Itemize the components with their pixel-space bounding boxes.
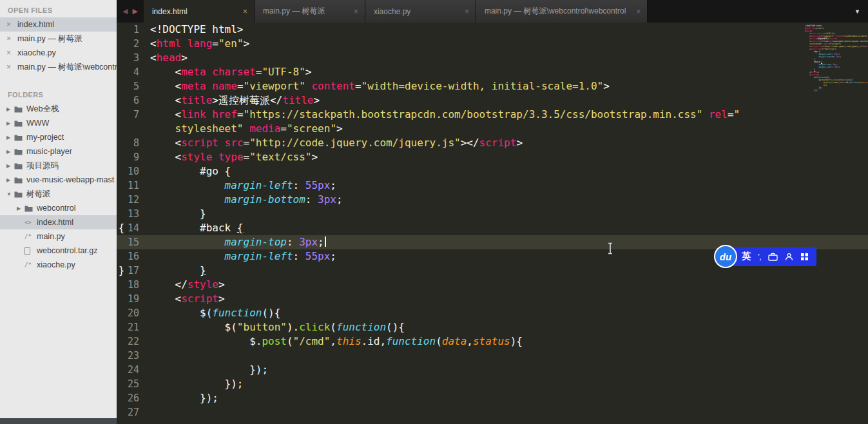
line-number[interactable]: 7 [117, 108, 150, 122]
line-number[interactable]: 25 [117, 377, 150, 391]
code-line-text[interactable]: margin-bottom: 3px; [150, 193, 343, 207]
close-file-icon[interactable]: × [6, 34, 14, 43]
code-line-text[interactable]: }); [150, 377, 244, 391]
code-line-text[interactable]: <meta name="viewport" content="width=dev… [150, 79, 610, 93]
line-number[interactable]: 10 [117, 164, 150, 178]
code-line-text[interactable]: <script> [150, 292, 225, 306]
ime-language-toggle[interactable]: 英 [742, 251, 751, 262]
line-number[interactable]: 2 [117, 37, 150, 51]
open-file-item[interactable]: ×main.py — 树莓派 [0, 32, 117, 46]
folder-item[interactable]: ▶WWW [0, 116, 117, 130]
file-item[interactable]: /*xiaoche.py [0, 258, 117, 272]
chevron-right-icon[interactable]: ▶ [6, 106, 14, 112]
code-line-text[interactable]: <meta charset="UTF-8"> [150, 65, 312, 79]
baidu-ime-logo[interactable]: du [714, 245, 737, 268]
code-line-text[interactable]: <link href="https://stackpath.bootstrapc… [150, 108, 740, 122]
chevron-right-icon[interactable]: ▶ [6, 120, 14, 126]
close-tab-icon[interactable]: × [243, 7, 247, 16]
close-tab-icon[interactable]: × [354, 7, 358, 16]
file-item[interactable]: webcontrol.tar.gz [0, 244, 117, 258]
line-number[interactable]: 19 [117, 292, 150, 306]
line-number[interactable]: 3 [117, 51, 150, 65]
tab-1[interactable]: main.py — 树莓派× [255, 0, 365, 23]
chevron-right-icon[interactable]: ▶ [6, 163, 14, 169]
line-number[interactable]: 27 [117, 405, 150, 419]
code-line-text[interactable]: margin-top: 3px; [150, 235, 326, 249]
chevron-right-icon[interactable]: ▶ [6, 177, 14, 183]
line-number[interactable]: 23 [117, 349, 150, 363]
code-line-text[interactable]: $("button").click(function(){ [150, 320, 405, 334]
grid-icon[interactable] [800, 253, 809, 261]
code-line-text[interactable]: <script src="http://code.jquery.com/jque… [150, 136, 523, 150]
code-line-text[interactable]: } [150, 264, 206, 278]
chevron-down-icon[interactable]: ▼ [6, 191, 14, 197]
open-file-item[interactable]: ×index.html [0, 17, 117, 32]
line-number[interactable] [117, 122, 150, 136]
code-line-text[interactable]: <style type="text/css"> [150, 150, 318, 164]
toolbox-icon[interactable] [768, 253, 778, 261]
code-line-text[interactable]: margin-left: 55px; [150, 249, 336, 264]
tab-list-dropdown-icon[interactable]: ▼ [847, 8, 868, 15]
minimap[interactable]: <!DOCTYPE html><html lang="en"><head> <m… [804, 23, 868, 93]
open-file-item[interactable]: ×main.py — 树莓派\webcontr [0, 60, 117, 74]
line-number[interactable]: 9 [117, 150, 150, 164]
baidu-ime-toolbar[interactable]: du 英 ’, [714, 245, 816, 268]
line-number[interactable]: 13 [117, 207, 150, 221]
sidebar-scrollbar[interactable] [0, 418, 117, 424]
tab-3[interactable]: main.py — 树莓派\webcontrol\webcontrol× [476, 0, 648, 23]
line-number[interactable]: 11 [117, 178, 150, 193]
code-line-text[interactable]: $(function(){ [150, 306, 280, 320]
code-line-text[interactable]: <head> [150, 51, 188, 65]
line-number[interactable]: 1 [117, 23, 150, 37]
code-line-text[interactable]: #back { [150, 221, 244, 235]
ime-punctuation-toggle[interactable]: ’, [758, 252, 761, 262]
chevron-right-icon[interactable]: ▶ [6, 135, 14, 140]
scroll-tabs-right-icon[interactable]: ▶ [132, 7, 137, 15]
close-file-icon[interactable]: × [6, 20, 14, 29]
close-file-icon[interactable]: × [6, 63, 14, 72]
folder-item[interactable]: ▶vue-music-webapp-mast [0, 173, 117, 187]
folder-item[interactable]: ▶my-project [0, 130, 117, 144]
folder-item[interactable]: ▶music-player [0, 144, 117, 159]
scroll-tabs-left-icon[interactable]: ◀ [122, 7, 128, 15]
code-line-text[interactable]: }); [150, 391, 218, 405]
chevron-right-icon[interactable]: ▶ [17, 206, 24, 211]
folder-item[interactable]: ▼树莓派 [0, 187, 117, 201]
code-line-text[interactable]: }); [150, 363, 268, 377]
folder-item[interactable]: ▶Web全栈 [0, 102, 117, 116]
code-line-text[interactable]: <!DOCTYPE html> [150, 23, 244, 37]
line-number[interactable]: 5 [117, 79, 150, 93]
line-number[interactable]: 6 [117, 93, 150, 108]
line-number[interactable]: }17 [117, 264, 150, 278]
file-item[interactable]: /*main.py [0, 229, 117, 244]
line-number[interactable]: 24 [117, 363, 150, 377]
line-number[interactable]: 26 [117, 391, 150, 405]
line-number[interactable]: 15 [117, 235, 150, 249]
code-line-text[interactable]: $.post("/cmd",this.id,function(data,stat… [150, 334, 523, 349]
folder-item[interactable]: ▶项目源码 [0, 159, 117, 173]
tab-0[interactable]: index.html× [144, 0, 255, 23]
line-number[interactable]: 22 [117, 334, 150, 349]
line-number[interactable]: 8 [117, 136, 150, 150]
code-area[interactable]: 1<!DOCTYPE html>2<html lang="en">3<head>… [117, 23, 868, 419]
line-number[interactable]: 20 [117, 306, 150, 320]
line-number[interactable]: {14 [117, 221, 150, 235]
close-tab-icon[interactable]: × [465, 7, 469, 16]
code-line-text[interactable]: margin-left: 55px; [150, 178, 336, 193]
line-number[interactable]: 18 [117, 278, 150, 292]
close-tab-icon[interactable]: × [636, 7, 641, 16]
code-line-text[interactable]: stylesheet" media="screen"> [150, 122, 343, 136]
close-file-icon[interactable]: × [6, 48, 14, 57]
code-editor[interactable]: 1<!DOCTYPE html>2<html lang="en">3<head>… [117, 23, 868, 424]
tab-2[interactable]: xiaoche.py× [365, 0, 476, 23]
folder-item[interactable]: ▶webcontrol [0, 201, 117, 215]
line-number[interactable]: 4 [117, 65, 150, 79]
file-item[interactable]: <>index.html [0, 215, 117, 229]
line-number[interactable]: 12 [117, 193, 150, 207]
code-line-text[interactable]: <html lang="en"> [150, 37, 249, 51]
open-file-item[interactable]: ×xiaoche.py [0, 46, 117, 60]
code-line-text[interactable]: </style> [150, 278, 225, 292]
code-line-text[interactable]: #go { [150, 164, 231, 178]
code-line-text[interactable]: } [150, 207, 206, 221]
line-number[interactable]: 21 [117, 320, 150, 334]
